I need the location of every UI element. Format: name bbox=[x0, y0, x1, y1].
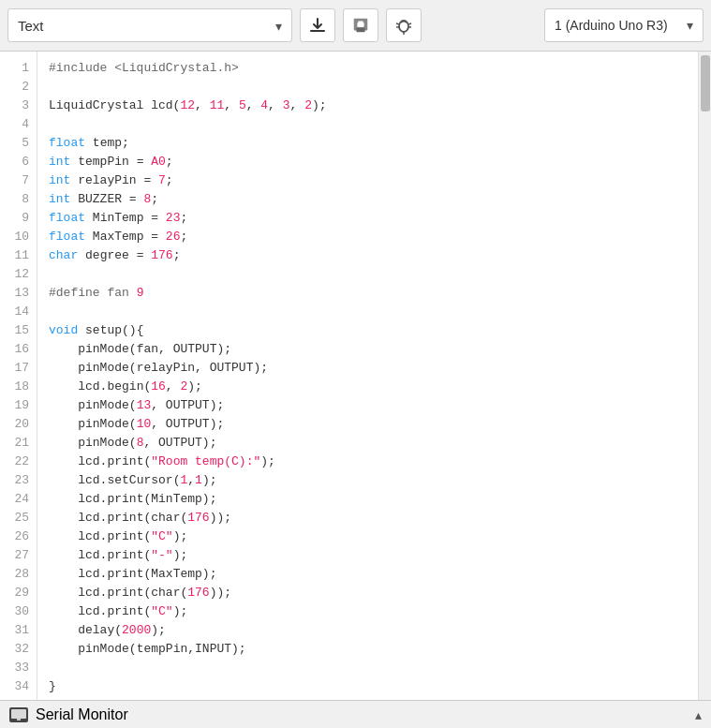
line-number: 9 bbox=[0, 209, 29, 228]
code-line: #include <LiquidCrystal.h> bbox=[49, 59, 687, 78]
board-selector-dropdown[interactable]: 1 (Arduino Uno R3) bbox=[544, 8, 704, 42]
board-dropdown-chevron bbox=[687, 18, 693, 33]
line-number: 29 bbox=[0, 584, 29, 602]
code-line: float temp; bbox=[49, 134, 687, 153]
line-number: 25 bbox=[0, 509, 29, 527]
line-number: 31 bbox=[0, 621, 29, 640]
svg-rect-3 bbox=[358, 21, 363, 26]
code-line bbox=[49, 659, 687, 677]
line-number: 20 bbox=[0, 415, 29, 434]
line-number: 30 bbox=[0, 602, 29, 621]
line-number: 11 bbox=[0, 246, 29, 265]
svg-point-4 bbox=[399, 21, 408, 32]
line-number: 26 bbox=[0, 527, 29, 546]
bug-icon bbox=[394, 16, 413, 35]
line-number: 13 bbox=[0, 284, 29, 303]
code-line: #define fan 9 bbox=[49, 284, 687, 303]
code-line: lcd.print("C"); bbox=[49, 602, 687, 621]
toolbar: Text 1 (Arduino Uno R3) bbox=[0, 0, 711, 52]
serial-monitor-icon bbox=[9, 707, 28, 722]
upload-icon bbox=[350, 16, 371, 35]
code-line: lcd.begin(16, 2); bbox=[49, 378, 687, 396]
upload-button[interactable] bbox=[343, 8, 378, 42]
svg-line-7 bbox=[408, 23, 411, 24]
scrollbar-thumb[interactable] bbox=[701, 55, 710, 111]
line-number: 6 bbox=[0, 153, 29, 171]
code-line: lcd.print(MinTemp); bbox=[49, 490, 687, 509]
board-dropdown-label: 1 (Arduino Uno R3) bbox=[555, 18, 668, 33]
code-editor: 1234567891011121314151617181920212223242… bbox=[0, 52, 711, 700]
code-line bbox=[49, 78, 687, 97]
line-number: 12 bbox=[0, 265, 29, 284]
code-line: pinMode(10, OUTPUT); bbox=[49, 415, 687, 434]
line-number: 34 bbox=[0, 677, 29, 696]
code-line: char degree = 176; bbox=[49, 246, 687, 265]
line-number: 21 bbox=[0, 434, 29, 453]
line-number: 24 bbox=[0, 490, 29, 509]
code-line bbox=[49, 303, 687, 321]
line-number: 1 bbox=[0, 59, 29, 78]
line-number: 23 bbox=[0, 471, 29, 490]
svg-line-5 bbox=[396, 23, 399, 24]
line-number: 7 bbox=[0, 171, 29, 190]
code-line: pinMode(tempPin,INPUT); bbox=[49, 640, 687, 659]
code-line: int tempPin = A0; bbox=[49, 153, 687, 171]
line-number: 22 bbox=[0, 453, 29, 471]
debug-button[interactable] bbox=[386, 8, 422, 42]
code-line: lcd.print("Room temp(C):"); bbox=[49, 453, 687, 471]
code-line: float MaxTemp = 26; bbox=[49, 228, 687, 246]
line-numbers: 1234567891011121314151617181920212223242… bbox=[0, 52, 37, 700]
code-content[interactable]: #include <LiquidCrystal.h>LiquidCrystal … bbox=[37, 52, 698, 700]
code-line: float MinTemp = 23; bbox=[49, 209, 687, 228]
code-line: pinMode(13, OUTPUT); bbox=[49, 396, 687, 415]
code-line: lcd.print("C"); bbox=[49, 527, 687, 546]
code-line: lcd.print("-"); bbox=[49, 546, 687, 565]
scrollbar[interactable] bbox=[698, 52, 711, 700]
code-line: } bbox=[49, 677, 687, 696]
code-line: LiquidCrystal lcd(12, 11, 5, 4, 3, 2); bbox=[49, 97, 687, 115]
line-number: 4 bbox=[0, 115, 29, 134]
svg-rect-10 bbox=[11, 709, 26, 719]
line-number: 8 bbox=[0, 190, 29, 209]
code-line: pinMode(8, OUTPUT); bbox=[49, 434, 687, 453]
code-line: void setup(){ bbox=[49, 321, 687, 340]
code-line: int BUZZER = 8; bbox=[49, 190, 687, 209]
line-number: 15 bbox=[0, 321, 29, 340]
line-number: 3 bbox=[0, 97, 29, 115]
code-line: lcd.print(char(176)); bbox=[49, 509, 687, 527]
serial-monitor-label: Serial Monitor bbox=[36, 706, 128, 723]
code-line: pinMode(fan, OUTPUT); bbox=[49, 340, 687, 359]
code-line: lcd.print(MaxTemp); bbox=[49, 565, 687, 584]
download-button[interactable] bbox=[300, 8, 335, 42]
code-line: lcd.setCursor(1,1); bbox=[49, 471, 687, 490]
line-number: 33 bbox=[0, 659, 29, 677]
download-icon bbox=[308, 16, 327, 35]
line-number: 2 bbox=[0, 78, 29, 97]
line-number: 19 bbox=[0, 396, 29, 415]
line-number: 27 bbox=[0, 546, 29, 565]
svg-rect-1 bbox=[356, 28, 364, 33]
line-number: 10 bbox=[0, 228, 29, 246]
code-line: delay(2000); bbox=[49, 621, 687, 640]
line-number: 5 bbox=[0, 134, 29, 153]
serial-monitor-expand[interactable]: ▴ bbox=[695, 707, 702, 722]
line-number: 28 bbox=[0, 565, 29, 584]
monitor-icon bbox=[11, 709, 26, 721]
code-line bbox=[49, 265, 687, 284]
line-number: 18 bbox=[0, 378, 29, 396]
line-number: 32 bbox=[0, 640, 29, 659]
line-number: 17 bbox=[0, 359, 29, 378]
text-dropdown-chevron bbox=[275, 18, 282, 34]
text-format-dropdown[interactable]: Text bbox=[7, 8, 292, 42]
code-line bbox=[49, 115, 687, 134]
line-number: 16 bbox=[0, 340, 29, 359]
code-line: pinMode(relayPin, OUTPUT); bbox=[49, 359, 687, 378]
text-dropdown-label: Text bbox=[18, 18, 44, 34]
serial-monitor-bar[interactable]: Serial Monitor ▴ bbox=[0, 700, 711, 728]
code-line: int relayPin = 7; bbox=[49, 171, 687, 190]
line-number: 14 bbox=[0, 303, 29, 321]
svg-rect-11 bbox=[17, 719, 21, 721]
code-line: lcd.print(char(176)); bbox=[49, 584, 687, 602]
